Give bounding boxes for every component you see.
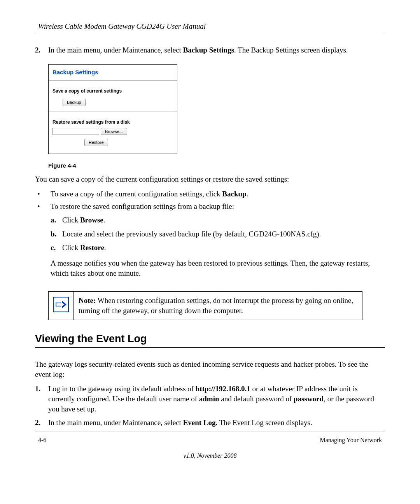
chapter-name: Managing Your Network xyxy=(320,436,382,444)
intro-text: You can save a copy of the current confi… xyxy=(35,174,385,184)
restore-from-disk-label: Restore saved settings from a disk xyxy=(49,114,177,127)
footer-rule xyxy=(35,432,385,432)
event-step-1: 1. Log in to the gateway using its defau… xyxy=(35,384,385,414)
bullet-restore: • To restore the saved configuration set… xyxy=(35,201,385,283)
section-heading-event-log: Viewing the Event Log xyxy=(35,332,385,346)
event-log-intro: The gateway logs security-related events… xyxy=(35,359,385,379)
page-header: Wireless Cable Modem Gateway CGD24G User… xyxy=(35,21,385,34)
note-text-cell: Note: When restoring configuration setti… xyxy=(74,292,362,320)
note-text: When restoring configuration settings, d… xyxy=(79,296,353,315)
backup-button[interactable]: Backup xyxy=(63,99,86,106)
note-box: Note: When restoring configuration setti… xyxy=(48,291,362,320)
step-2: 2. In the main menu, under Maintenance, … xyxy=(35,45,385,55)
figure-caption: Figure 4-4 xyxy=(48,162,385,170)
bullet-dot: • xyxy=(35,189,51,199)
event-step-2: 2. In the main menu, under Maintenance, … xyxy=(35,418,385,428)
figure-4-4-screenshot: Backup Settings Save a copy of current s… xyxy=(48,64,385,154)
save-copy-label: Save a copy of current settings xyxy=(49,82,177,96)
svg-rect-3 xyxy=(56,303,61,306)
note-label: Note: xyxy=(79,296,96,304)
page-number: 4-6 xyxy=(38,436,46,444)
file-path-input[interactable] xyxy=(52,128,99,135)
step-marker: 2. xyxy=(35,45,48,55)
bullet-save: • To save a copy of the current configur… xyxy=(35,189,385,199)
panel-title: Backup Settings xyxy=(49,65,177,79)
note-icon-cell xyxy=(49,292,74,320)
page-footer: 4-6 Managing Your Network xyxy=(35,434,385,444)
restore-button[interactable]: Restore xyxy=(84,139,108,146)
substep-a: a. Click Browse. xyxy=(51,215,385,225)
substep-c: c. Click Restore. xyxy=(51,243,385,253)
version-line: v1.0, November 2008 xyxy=(35,452,385,460)
arrow-note-icon xyxy=(53,297,69,312)
substep-b: b. Locate and select the previously save… xyxy=(51,229,385,239)
backup-settings-panel: Backup Settings Save a copy of current s… xyxy=(48,64,177,154)
browse-button[interactable]: Browse... xyxy=(101,128,127,135)
section-rule xyxy=(35,347,385,348)
restore-after-text: A message notifies you when the gateway … xyxy=(51,258,385,278)
header-rule xyxy=(35,34,385,34)
panel-divider xyxy=(49,80,177,81)
step-body: In the main menu, under Maintenance, sel… xyxy=(48,45,385,55)
manual-title: Wireless Cable Modem Gateway CGD24G User… xyxy=(38,22,206,30)
panel-divider-2 xyxy=(49,112,177,112)
bullet-dot: • xyxy=(35,201,51,283)
